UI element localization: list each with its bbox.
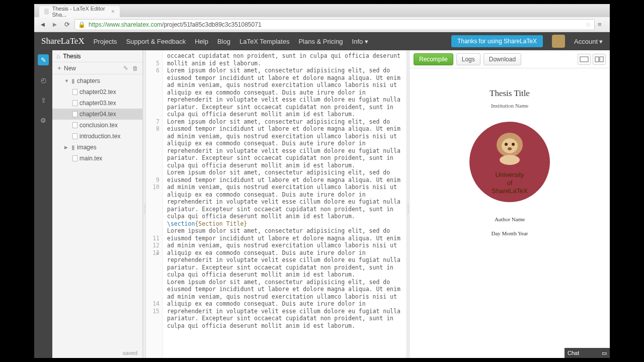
chevron-down-icon: ▼ bbox=[64, 78, 69, 83]
forward-button: ► bbox=[50, 20, 59, 29]
bookmark-icon[interactable]: ☆ bbox=[586, 21, 591, 28]
new-button[interactable]: ＋ New bbox=[56, 64, 76, 72]
browser-tab-strip: Thesis - LaTeX Editor Sha... × bbox=[34, 4, 610, 17]
svg-point-7 bbox=[508, 147, 512, 150]
nav-support[interactable]: Support & Feedback bbox=[126, 38, 186, 45]
file-main[interactable]: main.tex bbox=[52, 153, 142, 164]
logo[interactable]: ShareLaTeX bbox=[41, 36, 85, 46]
favicon bbox=[44, 9, 49, 15]
svg-rect-1 bbox=[595, 57, 599, 62]
close-icon[interactable]: × bbox=[111, 8, 115, 15]
delete-icon[interactable]: 🗑 bbox=[132, 65, 138, 72]
download-button[interactable]: Download bbox=[484, 53, 521, 65]
svg-point-8 bbox=[500, 155, 520, 165]
rename-icon[interactable]: ✎ bbox=[123, 65, 128, 72]
chevron-right-icon: ▶ bbox=[64, 145, 69, 150]
line-gutter: 56789101112 ▸131415 bbox=[146, 50, 163, 358]
file-icon bbox=[72, 122, 77, 128]
file-icon bbox=[72, 89, 77, 95]
nav-blog[interactable]: Blog bbox=[217, 38, 230, 45]
url-input[interactable]: 🔒 https://www.sharelatex.com/project/51f… bbox=[74, 19, 595, 30]
folder-icon: ▮ bbox=[71, 144, 75, 151]
file-conclusion[interactable]: conclusion.tex bbox=[52, 120, 142, 131]
university-logo: University of ShareLaTeX bbox=[469, 122, 550, 202]
nav-templates[interactable]: LaTeX Templates bbox=[239, 38, 290, 45]
file-icon bbox=[72, 133, 77, 139]
svg-point-4 bbox=[502, 138, 518, 153]
svg-rect-2 bbox=[600, 57, 603, 62]
reload-button[interactable]: ⟳ bbox=[62, 20, 71, 29]
pdf-preview[interactable]: Thesis Title Institution Name University bbox=[410, 68, 610, 358]
doc-date: Day Month Year bbox=[491, 230, 528, 236]
save-status: saved bbox=[52, 348, 142, 358]
file-chapter04[interactable]: chapter04.tex bbox=[52, 109, 142, 120]
splitter-right[interactable] bbox=[407, 50, 410, 358]
url-text: https://www.sharelatex.com/project/51fa8… bbox=[89, 21, 262, 28]
svg-rect-0 bbox=[580, 57, 588, 62]
app-header: ShareLaTeX Projects Support & Feedback H… bbox=[34, 32, 610, 50]
code-editor[interactable]: 56789101112 ▸131415 occaecat cupidatat n… bbox=[146, 50, 407, 358]
tab-title: Thesis - LaTeX Editor Sha... bbox=[52, 6, 106, 18]
file-icon bbox=[72, 111, 77, 117]
recompile-button[interactable]: Recompile bbox=[414, 53, 453, 65]
doc-author: Author Name bbox=[495, 216, 525, 222]
svg-point-6 bbox=[512, 143, 515, 146]
lock-icon: 🔒 bbox=[78, 21, 86, 28]
preview-toolbar: Recompile Logs Download bbox=[410, 50, 610, 68]
chat-bar[interactable]: Chat ▭ bbox=[565, 348, 610, 358]
project-root[interactable]: ⌂ Thesis bbox=[52, 50, 142, 62]
layout-full-icon[interactable] bbox=[578, 54, 591, 65]
nav-help[interactable]: Help bbox=[195, 38, 208, 45]
left-rail: ✎ ◴ ⇪ ⚙ bbox=[34, 50, 52, 358]
logs-button[interactable]: Logs bbox=[456, 53, 480, 65]
history-icon[interactable]: ◴ bbox=[38, 74, 49, 85]
file-icon bbox=[72, 100, 77, 106]
splitter-left[interactable] bbox=[143, 50, 146, 358]
file-chapter02[interactable]: chapter02.tex bbox=[52, 86, 142, 98]
share-icon[interactable]: ⇪ bbox=[38, 95, 49, 106]
browser-menu-icon[interactable]: ≡ bbox=[598, 21, 606, 28]
preview-pane: Recompile Logs Download Thesis Title Ins… bbox=[410, 50, 610, 358]
browser-tab[interactable]: Thesis - LaTeX Editor Sha... × bbox=[39, 6, 120, 17]
thanks-badge: Thanks for using ShareLaTeX bbox=[451, 35, 543, 47]
address-bar: ◄ ► ⟳ 🔒 https://www.sharelatex.com/proje… bbox=[34, 17, 610, 32]
folder-chapters[interactable]: ▼ ▮ chapters bbox=[52, 75, 142, 86]
svg-point-5 bbox=[505, 143, 508, 146]
account-menu[interactable]: Account ▾ bbox=[574, 38, 603, 45]
layout-split-icon[interactable] bbox=[593, 54, 606, 65]
lion-icon bbox=[490, 131, 530, 166]
mascot-icon bbox=[552, 35, 565, 48]
file-icon bbox=[72, 155, 77, 161]
file-tree: ⌂ Thesis ＋ New ✎ 🗑 ▼ ▮ chapters chapter0… bbox=[52, 50, 143, 358]
doc-title: Thesis Title bbox=[490, 88, 530, 99]
project-name: Thesis bbox=[63, 53, 80, 60]
nav-plans[interactable]: Plans & Pricing bbox=[298, 38, 343, 45]
file-introduction[interactable]: introduction.tex bbox=[52, 131, 142, 142]
chat-expand-icon: ▭ bbox=[602, 350, 607, 356]
folder-images[interactable]: ▶ ▮ images bbox=[52, 142, 142, 153]
file-chapter03[interactable]: chapter03.tex bbox=[52, 98, 142, 109]
gear-icon[interactable]: ⚙ bbox=[38, 115, 49, 126]
back-button[interactable]: ◄ bbox=[38, 20, 47, 29]
doc-institution: Institution Name bbox=[491, 103, 528, 109]
edit-icon[interactable]: ✎ bbox=[38, 54, 49, 65]
nav-projects[interactable]: Projects bbox=[94, 38, 117, 45]
folder-icon: ▮ bbox=[71, 77, 75, 84]
home-icon: ⌂ bbox=[56, 53, 60, 60]
nav-info[interactable]: Info ▾ bbox=[352, 38, 368, 45]
code-content[interactable]: occaecat cupidatat non proident, sunt in… bbox=[163, 50, 407, 358]
